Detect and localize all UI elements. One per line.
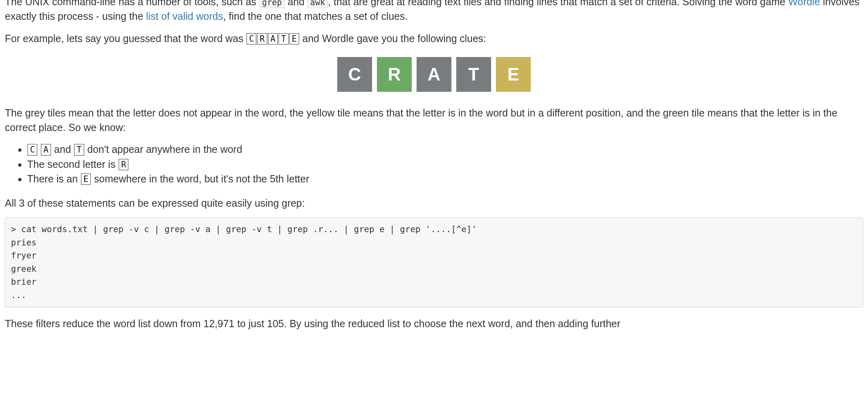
paragraph-tile-explanation: The grey tiles mean that the letter does… (5, 106, 863, 135)
link-wordle[interactable]: Wordle (788, 0, 820, 7)
wordle-clue-row: CRATE (5, 57, 863, 92)
text: and Wordle gave you the following clues: (300, 33, 486, 44)
paragraph-outro: These filters reduce the word list down … (5, 316, 863, 331)
kbd-letter: E (289, 33, 299, 45)
paragraph-grep-intro: All 3 of these statements can be express… (5, 196, 863, 210)
text: There is an (27, 173, 81, 184)
text: The UNIX command-line has a number of to… (5, 0, 259, 7)
text: The second letter is (27, 159, 118, 170)
kbd-letter: C (28, 144, 37, 156)
list-item: The second letter is R (27, 157, 863, 171)
text: and (285, 0, 307, 7)
text: don't appear anywhere in the word (85, 144, 243, 155)
kbd-letter: R (257, 33, 267, 45)
wordle-tile-absent: C (337, 57, 372, 92)
paragraph-intro: The UNIX command-line has a number of to… (5, 0, 863, 24)
code-block-grep: > cat words.txt | grep -v c | grep -v a … (5, 218, 863, 307)
list-item: There is an E somewhere in the word, but… (27, 171, 863, 186)
kbd-letter: C (247, 33, 256, 45)
text: somewhere in the word, but it's not the … (91, 173, 309, 184)
kbd-letter: T (279, 33, 288, 45)
wordle-tile-absent: T (456, 57, 491, 92)
kbd-letter: A (41, 144, 51, 156)
inline-code-awk: awk (307, 0, 328, 8)
text: For example, lets say you guessed that t… (5, 33, 246, 44)
wordle-tile-absent: A (417, 57, 451, 92)
paragraph-example-intro: For example, lets say you guessed that t… (5, 31, 863, 46)
kbd-letter: A (268, 33, 278, 45)
text: and (51, 144, 74, 155)
inline-code-grep: grep (259, 0, 285, 8)
text: , that are great at reading text files a… (328, 0, 788, 7)
kbd-letter: R (119, 159, 128, 171)
wordle-tile-correct: R (377, 57, 412, 92)
link-valid-words[interactable]: list of valid words (146, 11, 223, 22)
kbd-letter: T (74, 144, 84, 156)
text: , find the one that matches a set of clu… (223, 11, 408, 22)
kbd-letter: E (81, 173, 91, 185)
wordle-tile-present: E (496, 57, 531, 92)
deduction-list: C A and T don't appear anywhere in the w… (5, 142, 863, 186)
list-item: C A and T don't appear anywhere in the w… (27, 142, 863, 157)
